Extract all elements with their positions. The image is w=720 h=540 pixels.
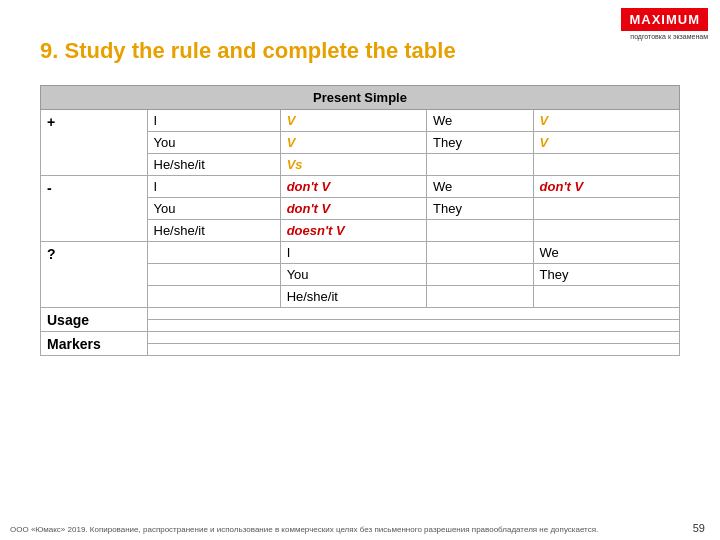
plus-row2-they: They <box>427 132 534 154</box>
slide-title: 9. Study the rule and complete the table <box>40 38 456 64</box>
minus-row1-v2: don't V <box>533 176 679 198</box>
q-row1-subj-empty <box>147 242 280 264</box>
minus-row1-we: We <box>427 176 534 198</box>
table-header-row: Present Simple <box>41 86 680 110</box>
usage-label: Usage <box>41 308 148 332</box>
minus-row2-they: They <box>427 198 534 220</box>
q-row2-you: You <box>280 264 426 286</box>
q-row3-we-empty <box>427 286 534 308</box>
minus-row2-subj: You <box>147 198 280 220</box>
markers-content <box>147 332 680 344</box>
minus-row1-verb: don't V <box>280 176 426 198</box>
present-simple-table: Present Simple + I V We V You V They V H… <box>40 85 680 356</box>
page: MAXIMUM подготовка к экзаменам 9. Study … <box>0 0 720 540</box>
plus-row1-verb: V <box>280 110 426 132</box>
plus-row3-verb: Vs <box>280 154 426 176</box>
minus-row2-verb: don't V <box>280 198 426 220</box>
plus-row3-v2-empty <box>533 154 679 176</box>
plus-row2-v2: V <box>533 132 679 154</box>
plus-label: + <box>41 110 148 176</box>
q-row3-subj-empty <box>147 286 280 308</box>
q-row2-they-empty <box>427 264 534 286</box>
markers-label: Markers <box>41 332 148 356</box>
plus-row2-verb: V <box>280 132 426 154</box>
q-row1-we: We <box>533 242 679 264</box>
table-row: + I V We V <box>41 110 680 132</box>
plus-row3-we-empty <box>427 154 534 176</box>
minus-label: - <box>41 176 148 242</box>
logo-text: MAXIMUM <box>621 8 708 31</box>
footer-text: ООО «Юмакс» 2019. Копирование, распростр… <box>10 525 660 534</box>
page-number: 59 <box>693 522 705 534</box>
q-row2-they: They <box>533 264 679 286</box>
minus-row3-subj: He/she/it <box>147 220 280 242</box>
minus-row1-subj: I <box>147 176 280 198</box>
plus-row2-subj: You <box>147 132 280 154</box>
plus-row1-we: We <box>427 110 534 132</box>
logo-subtext: подготовка к экзаменам <box>621 33 708 41</box>
markers-row: Markers <box>41 332 680 344</box>
minus-row3-v2-empty <box>533 220 679 242</box>
usage-content <box>147 308 680 320</box>
q-row2-subj-empty <box>147 264 280 286</box>
table-container: Present Simple + I V We V You V They V H… <box>40 85 680 356</box>
usage-content-2 <box>147 320 680 332</box>
usage-row: Usage <box>41 308 680 320</box>
minus-row3-we-empty <box>427 220 534 242</box>
table-row: ? I We <box>41 242 680 264</box>
q-row3-v2-empty <box>533 286 679 308</box>
plus-row1-v2: V <box>533 110 679 132</box>
q-row1-we-empty <box>427 242 534 264</box>
logo-wrapper: MAXIMUM подготовка к экзаменам <box>621 8 708 41</box>
markers-content-2 <box>147 344 680 356</box>
plus-row1-subj: I <box>147 110 280 132</box>
q-row1-verb: I <box>280 242 426 264</box>
minus-row3-verb: doesn't V <box>280 220 426 242</box>
logo-area: MAXIMUM подготовка к экзаменам <box>621 8 708 41</box>
table-header-cell: Present Simple <box>41 86 680 110</box>
minus-row2-v2-empty <box>533 198 679 220</box>
q-row3-heshit: He/she/it <box>280 286 426 308</box>
question-label: ? <box>41 242 148 308</box>
table-row: - I don't V We don't V <box>41 176 680 198</box>
plus-row3-subj: He/she/it <box>147 154 280 176</box>
